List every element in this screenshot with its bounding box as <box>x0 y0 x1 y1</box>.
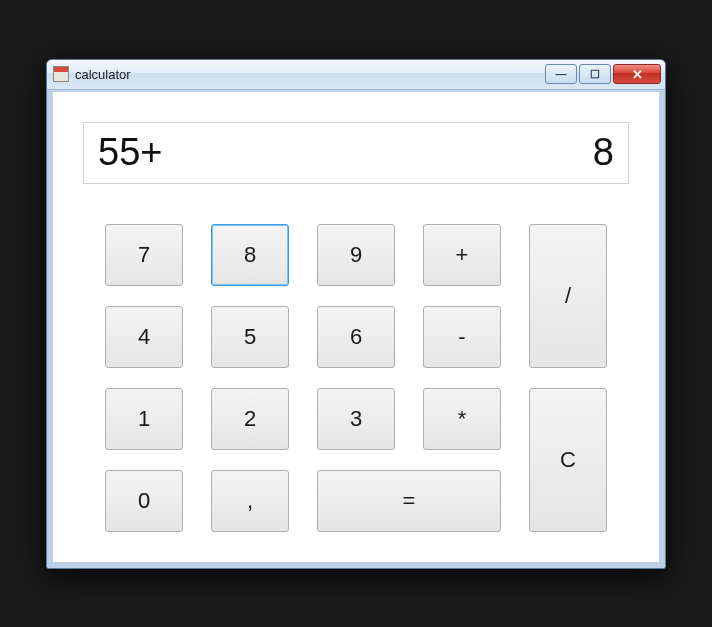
key-0[interactable]: 0 <box>105 470 183 532</box>
key-4[interactable]: 4 <box>105 306 183 368</box>
key-2[interactable]: 2 <box>211 388 289 450</box>
key-comma[interactable]: , <box>211 470 289 532</box>
keypad: 7 8 9 + / 4 5 6 - 1 2 3 * C 0 , = <box>83 224 629 532</box>
display-current: 8 <box>593 131 614 174</box>
key-multiply[interactable]: * <box>423 388 501 450</box>
key-6[interactable]: 6 <box>317 306 395 368</box>
client-area: 55+ 8 7 8 9 + / 4 5 6 - 1 2 3 * C 0 , <box>53 92 659 562</box>
key-equals[interactable]: = <box>317 470 501 532</box>
app-window: calculator — ☐ ✕ 55+ 8 7 8 9 + / <box>46 59 666 569</box>
maximize-icon: ☐ <box>590 69 600 80</box>
close-button[interactable]: ✕ <box>613 64 661 84</box>
window-body: 55+ 8 7 8 9 + / 4 5 6 - 1 2 3 * C 0 , <box>47 90 665 568</box>
minimize-icon: — <box>556 69 567 80</box>
calc-display: 55+ 8 <box>83 122 629 184</box>
app-icon <box>53 66 69 82</box>
key-9[interactable]: 9 <box>317 224 395 286</box>
maximize-button[interactable]: ☐ <box>579 64 611 84</box>
titlebar[interactable]: calculator — ☐ ✕ <box>47 60 665 90</box>
key-divide[interactable]: / <box>529 224 607 368</box>
key-8[interactable]: 8 <box>211 224 289 286</box>
window-title: calculator <box>75 67 543 82</box>
key-7[interactable]: 7 <box>105 224 183 286</box>
window-controls: — ☐ ✕ <box>543 64 661 84</box>
key-5[interactable]: 5 <box>211 306 289 368</box>
minimize-button[interactable]: — <box>545 64 577 84</box>
key-plus[interactable]: + <box>423 224 501 286</box>
key-minus[interactable]: - <box>423 306 501 368</box>
key-3[interactable]: 3 <box>317 388 395 450</box>
display-expression: 55+ <box>98 131 593 174</box>
close-icon: ✕ <box>632 68 643 81</box>
key-clear[interactable]: C <box>529 388 607 532</box>
key-1[interactable]: 1 <box>105 388 183 450</box>
